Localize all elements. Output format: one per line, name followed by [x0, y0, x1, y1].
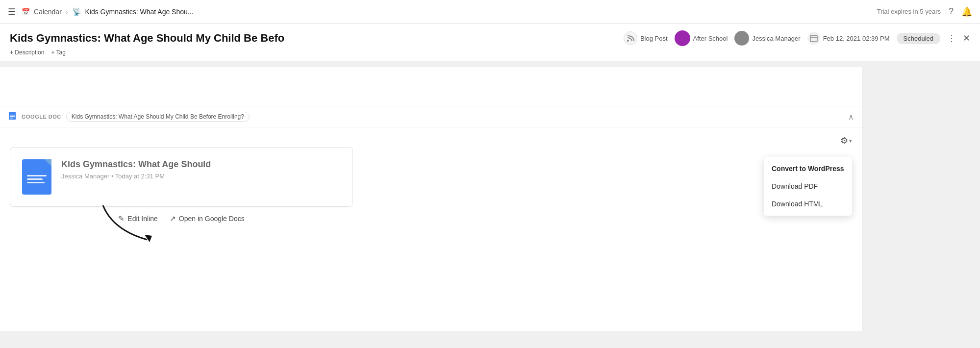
arrow-svg [88, 200, 167, 245]
doc-card-actions: ✎ Edit Inline ↗ Open in Google Docs [10, 207, 353, 230]
rss-icon-nav: 📡 [72, 7, 81, 16]
add-description-link[interactable]: + Description [10, 49, 44, 56]
close-button[interactable]: ✕ [963, 33, 970, 44]
google-doc-label: GOOGLE DOC [22, 114, 61, 120]
right-sidebar [862, 61, 980, 331]
header-top: Kids Gymnastics: What Age Should My Chil… [10, 30, 970, 46]
manager-tag[interactable]: Jessica Manager [734, 31, 800, 46]
open-external-icon: ↗ [170, 214, 176, 223]
white-area [0, 67, 862, 106]
doc-content-area: ⚙ ▾ Convert to WordPress Download PDF Do… [0, 127, 862, 259]
header-sub-actions: + Description + Tag [10, 49, 970, 56]
rss-icon [624, 31, 637, 45]
left-panel: GOOGLE DOC Kids Gymnastics: What Age Sho… [0, 67, 862, 331]
breadcrumb: 📅 Calendar › 📡 Kids Gymnastics: What Age… [22, 7, 194, 16]
nav-right: Trial expires in 5 years ? 🔔 [877, 6, 972, 17]
after-school-tag[interactable]: After School [675, 30, 728, 46]
google-doc-icon [8, 111, 17, 122]
header-actions: Blog Post After School Jessica Manager [624, 30, 970, 46]
calendar-icon [807, 32, 820, 45]
more-menu-button[interactable]: ⋮ [947, 33, 956, 44]
scheduled-badge[interactable]: Scheduled [897, 33, 940, 44]
download-pdf-item[interactable]: Download PDF [764, 177, 852, 195]
download-html-item[interactable]: Download HTML [764, 195, 852, 213]
doc-line-3 [27, 182, 45, 183]
post-title: Kids Gymnastics: What Age Should My Chil… [10, 32, 284, 45]
google-doc-bar: GOOGLE DOC Kids Gymnastics: What Age Sho… [0, 106, 862, 127]
google-doc-name: Kids Gymnastics: What Age Should My Chil… [66, 112, 250, 122]
doc-card: Kids Gymnastics: What Age Should Jessica… [10, 147, 353, 207]
gear-icon: ⚙ [840, 135, 848, 146]
blog-post-tag[interactable]: Blog Post [624, 31, 668, 45]
trial-text: Trial expires in 5 years [877, 8, 941, 15]
svg-rect-7 [10, 116, 15, 117]
doc-card-title: Kids Gymnastics: What Age Should [61, 159, 341, 170]
date-tag[interactable]: Feb 12, 2021 02:39 PM [807, 32, 890, 45]
calendar-label[interactable]: Calendar [34, 8, 62, 16]
page-title-nav: Kids Gymnastics: What Age Shou... [85, 8, 194, 16]
svg-marker-9 [145, 235, 152, 242]
nav-left: ☰ 📅 Calendar › 📡 Kids Gymnastics: What A… [8, 6, 194, 17]
doc-card-info: Kids Gymnastics: What Age Should Jessica… [61, 159, 341, 180]
status-label: Scheduled [904, 35, 933, 42]
svg-rect-8 [10, 118, 13, 119]
calendar-icon-nav: 📅 [22, 8, 30, 16]
svg-rect-6 [10, 115, 15, 116]
content-header: Kids Gymnastics: What Age Should My Chil… [0, 24, 980, 61]
google-doc-left: GOOGLE DOC Kids Gymnastics: What Age Sho… [8, 111, 250, 122]
svg-rect-1 [810, 35, 817, 42]
doc-file-icon [22, 159, 51, 195]
open-label: Open in Google Docs [179, 215, 245, 223]
hamburger-icon[interactable]: ☰ [8, 6, 16, 17]
gear-settings-button[interactable]: ⚙ ▾ [840, 135, 852, 146]
add-tag-link[interactable]: + Tag [51, 49, 65, 56]
blog-post-label: Blog Post [640, 35, 668, 42]
chevron-down-icon: ▾ [849, 138, 852, 144]
breadcrumb-sep: › [66, 8, 68, 16]
convert-to-wordpress-item[interactable]: Convert to WordPress [764, 160, 852, 177]
doc-line-1 [27, 175, 47, 176]
doc-lines [22, 166, 51, 188]
svg-point-0 [627, 40, 629, 42]
main-content: GOOGLE DOC Kids Gymnastics: What Age Sho… [0, 61, 980, 331]
svg-rect-5 [9, 112, 16, 120]
gear-menu-container: ⚙ ▾ Convert to WordPress Download PDF Do… [840, 135, 852, 146]
bell-icon[interactable]: 🔔 [961, 6, 972, 17]
date-label: Feb 12, 2021 02:39 PM [823, 35, 890, 42]
help-icon[interactable]: ? [949, 6, 954, 17]
collapse-button[interactable]: ∧ [848, 112, 854, 122]
after-school-icon [675, 30, 690, 46]
gear-dropdown-menu: Convert to WordPress Download PDF Downlo… [764, 157, 852, 216]
doc-card-meta: Jessica Manager • Today at 2:31 PM [61, 173, 341, 180]
manager-name: Jessica Manager [752, 35, 800, 42]
doc-line-2 [27, 178, 43, 180]
top-nav: ☰ 📅 Calendar › 📡 Kids Gymnastics: What A… [0, 0, 980, 24]
avatar [734, 31, 749, 46]
after-school-label: After School [693, 35, 728, 42]
arrow-annotation [88, 200, 167, 245]
open-in-google-docs-button[interactable]: ↗ Open in Google Docs [170, 214, 245, 223]
